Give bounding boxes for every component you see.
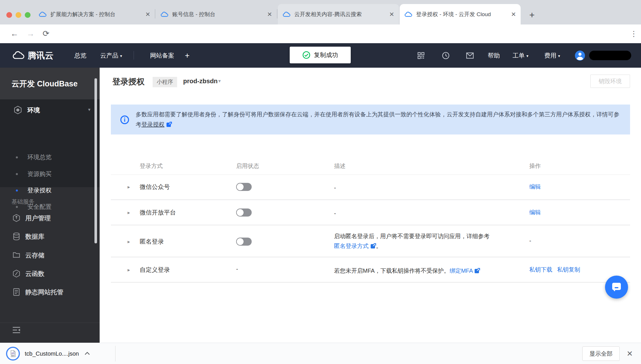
tab-close-icon[interactable]: ✕ bbox=[511, 11, 516, 17]
sidebar-item-login-auth[interactable]: 登录授权 bbox=[0, 185, 100, 197]
cloud-function-icon bbox=[13, 270, 20, 278]
nav-add-icon[interactable]: + bbox=[185, 43, 189, 68]
svg-text:{#}: {#} bbox=[12, 352, 15, 354]
tab-title: 云开发相关内容-腾讯云搜索 bbox=[294, 11, 386, 18]
toggle-switch-off[interactable] bbox=[236, 183, 252, 191]
chevron-down-icon[interactable]: ▾ bbox=[218, 78, 221, 84]
sidebar-scrollbar[interactable] bbox=[94, 78, 97, 243]
tab-close-icon[interactable]: ✕ bbox=[145, 11, 150, 17]
window-maximize-button[interactable] bbox=[25, 12, 31, 18]
sidebar-env-section: 环境 ▾ 环境总览 资源购买 登录授权 安全配置 bbox=[0, 99, 100, 187]
nav-overview[interactable]: 总览 bbox=[74, 43, 86, 68]
external-link-icon bbox=[166, 122, 172, 127]
nav-products[interactable]: 云产品▾ bbox=[100, 43, 122, 68]
table-row-wechat-official: ▸ 微信公众号 - 编辑 bbox=[111, 175, 630, 200]
window-minimize-button[interactable] bbox=[16, 12, 21, 18]
private-key-copy-link[interactable]: 私钥复制 bbox=[557, 266, 580, 273]
sidebar-divider bbox=[0, 323, 100, 323]
row-expand-icon[interactable]: ▸ bbox=[128, 239, 130, 245]
tencent-cloud-favicon bbox=[282, 10, 291, 18]
sidebar-item-cloud-function[interactable]: 云函数 bbox=[0, 267, 100, 280]
show-all-downloads-button[interactable]: 显示全部 bbox=[582, 346, 620, 361]
download-item[interactable]: {#} TEXT tcb_CustomLo....json bbox=[6, 345, 91, 362]
toggle-knob bbox=[237, 183, 244, 190]
browser-tab-1[interactable]: 扩展能力解决方案 - 控制台 ✕ bbox=[34, 4, 155, 24]
sidebar-item-user-management[interactable]: 用户管理 bbox=[0, 212, 100, 224]
sidebar-collapse-icon[interactable] bbox=[12, 326, 21, 334]
banner-login-auth-link[interactable]: 登录授权 bbox=[141, 121, 164, 128]
info-banner: 多数应用都需要了解使用者身份，了解身份可将用户数据保存在云端，并在使用者所有设备… bbox=[111, 105, 630, 134]
row-expand-icon[interactable]: ▸ bbox=[128, 210, 130, 216]
description-cell: 若您未开启MFA，下载私钥操作将不受保护。绑定MFA bbox=[334, 266, 523, 276]
nav-beian[interactable]: 网站备案 bbox=[150, 43, 174, 68]
sidebar-item-database[interactable]: 数据库 bbox=[0, 230, 100, 243]
status-cell: - bbox=[236, 266, 238, 272]
col-header-status: 启用状态 bbox=[236, 162, 259, 170]
sidebar-item-resource-purchase[interactable]: 资源购买 bbox=[0, 169, 100, 181]
user-management-icon bbox=[13, 214, 20, 222]
sidebar-item-label: 登录授权 bbox=[27, 186, 52, 194]
back-icon[interactable]: ← bbox=[10, 29, 18, 39]
sidebar-item-label: 数据库 bbox=[25, 232, 44, 241]
sidebar-item-cloud-storage[interactable]: 云存储 bbox=[0, 249, 100, 261]
tencent-cloud-favicon bbox=[39, 10, 47, 18]
actions-cell: - bbox=[529, 238, 531, 244]
sidebar-item-env[interactable]: 环境 ▾ bbox=[0, 102, 100, 118]
window-close-button[interactable] bbox=[6, 12, 12, 18]
description-text: 若您未开启MFA，下载私钥操作将不受保护。 bbox=[334, 268, 450, 274]
sidebar-item-env-overview[interactable]: 环境总览 bbox=[0, 152, 100, 164]
download-bar-close-icon[interactable]: ✕ bbox=[627, 349, 633, 358]
row-expand-icon[interactable]: ▸ bbox=[128, 184, 130, 190]
clock-icon[interactable] bbox=[442, 52, 450, 60]
tab-close-icon[interactable]: ✕ bbox=[267, 11, 272, 17]
toggle-switch-off[interactable] bbox=[236, 208, 252, 217]
tencent-cloud-logo[interactable] bbox=[12, 50, 25, 60]
page-title: 登录授权 bbox=[112, 76, 145, 87]
tab-close-icon[interactable]: ✕ bbox=[389, 11, 394, 17]
browser-tab-4-active[interactable]: 登录授权 - 环境 - 云开发 Cloud ✕ bbox=[400, 4, 521, 24]
database-icon bbox=[13, 232, 20, 240]
account-avatar[interactable] bbox=[574, 50, 585, 61]
nav-ticket[interactable]: 工单▾ bbox=[513, 43, 528, 68]
brand-name[interactable]: 腾讯云 bbox=[28, 43, 54, 68]
login-method-name: 自定义登录 bbox=[140, 266, 170, 274]
browser-tab-2[interactable]: 账号信息 - 控制台 ✕ bbox=[156, 4, 277, 24]
hexagon-env-icon bbox=[14, 106, 22, 114]
sidebar-title-band: 云开发 CloudBase bbox=[0, 68, 100, 99]
nav-divider bbox=[134, 51, 134, 60]
env-id-selector[interactable]: prod-zbsdn bbox=[183, 77, 218, 85]
login-method-name: 微信开放平台 bbox=[140, 208, 176, 217]
account-name-redacted[interactable] bbox=[589, 51, 631, 60]
destroy-env-button[interactable]: 销毁环境 bbox=[590, 75, 630, 88]
edit-link[interactable]: 编辑 bbox=[529, 208, 541, 216]
console-top-nav: 腾讯云 总览 云产品▾ 网站备案 + 复制成功 帮助 工单▾ 费用▾ bbox=[0, 43, 641, 68]
col-header-actions: 操作 bbox=[529, 162, 541, 170]
tab-strip: 扩展能力解决方案 - 控制台 ✕ 账号信息 - 控制台 ✕ 云开发相关内容-腾讯… bbox=[0, 0, 641, 24]
sidebar-item-label: 云存储 bbox=[25, 251, 44, 260]
anonymous-login-doc-link[interactable]: 匿名登录方式 bbox=[334, 243, 369, 249]
nav-help[interactable]: 帮助 bbox=[488, 43, 500, 68]
qr-code-icon[interactable] bbox=[417, 52, 425, 60]
chevron-up-icon[interactable] bbox=[84, 350, 91, 357]
nav-billing[interactable]: 费用▾ bbox=[544, 43, 560, 68]
sidebar-item-label: 环境总览 bbox=[27, 153, 52, 161]
chat-support-fab[interactable] bbox=[605, 276, 628, 299]
toggle-knob bbox=[237, 238, 244, 245]
row-expand-icon[interactable]: ▸ bbox=[128, 267, 130, 273]
download-filename: tcb_CustomLo....json bbox=[25, 350, 79, 357]
private-key-download-link[interactable]: 私钥下载 bbox=[529, 266, 552, 273]
browser-menu-icon[interactable]: ⋮ bbox=[630, 29, 638, 39]
browser-tab-3[interactable]: 云开发相关内容-腾讯云搜索 ✕ bbox=[278, 4, 399, 24]
sidebar-item-label: 云函数 bbox=[25, 270, 44, 278]
tab-title: 扩展能力解决方案 - 控制台 bbox=[50, 11, 142, 18]
success-check-icon bbox=[302, 51, 310, 59]
bind-mfa-link[interactable]: 绑定MFA bbox=[450, 268, 473, 274]
reload-icon[interactable]: ⟳ bbox=[43, 29, 49, 39]
toggle-switch-off[interactable] bbox=[236, 238, 252, 246]
edit-link[interactable]: 编辑 bbox=[529, 183, 541, 191]
forward-icon[interactable]: → bbox=[26, 29, 35, 39]
new-tab-button[interactable]: + bbox=[529, 10, 535, 20]
mail-icon[interactable] bbox=[466, 52, 474, 59]
description-cell: - bbox=[334, 208, 523, 218]
sidebar-item-static-hosting[interactable]: 静态网站托管 bbox=[0, 286, 100, 298]
